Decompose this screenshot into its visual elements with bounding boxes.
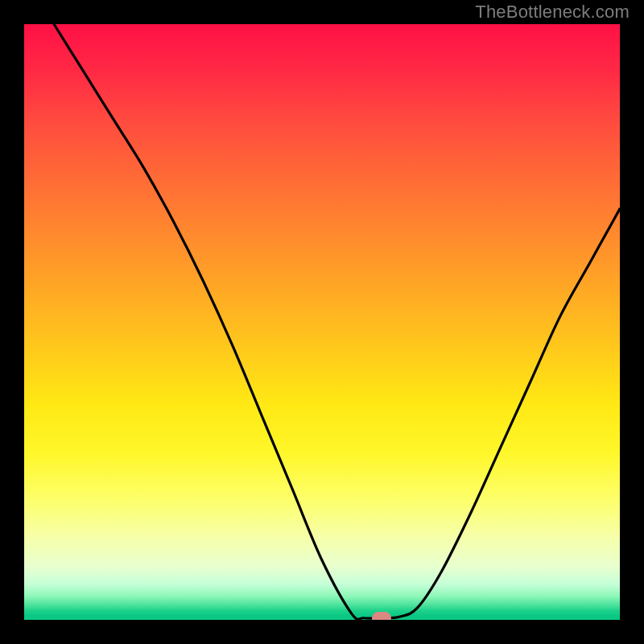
minimum-marker	[372, 612, 391, 620]
watermark-text: TheBottleneck.com	[475, 2, 630, 23]
chart-frame: TheBottleneck.com	[0, 0, 644, 644]
bottleneck-curve	[24, 24, 620, 620]
plot-area	[24, 24, 620, 620]
